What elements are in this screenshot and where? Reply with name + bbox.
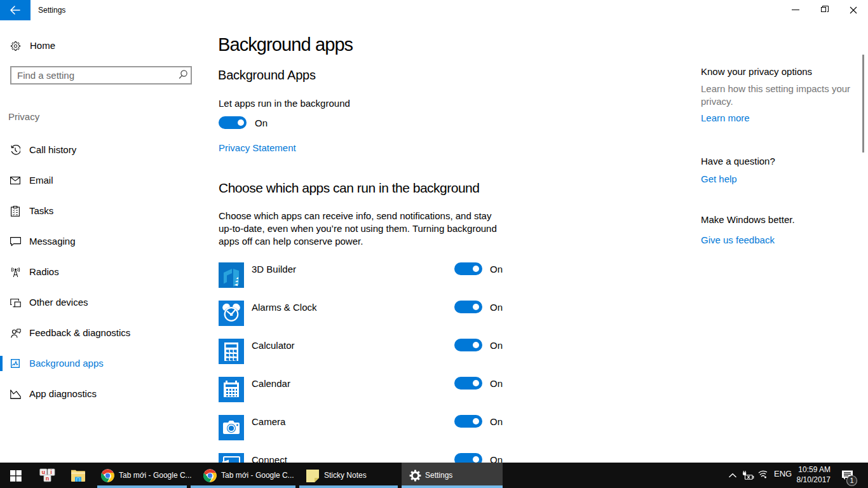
svg-text:u: u <box>42 469 46 475</box>
svg-text:i: i <box>50 469 52 475</box>
svg-text:n: n <box>46 475 50 482</box>
svg-text:1: 1 <box>850 477 853 484</box>
